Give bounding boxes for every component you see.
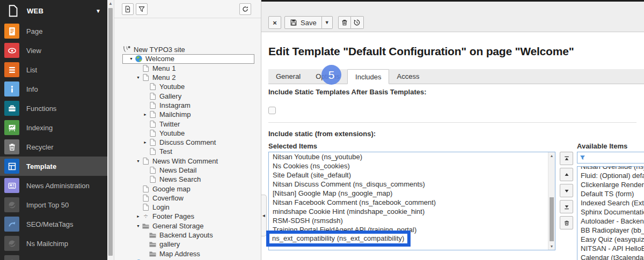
page-icon xyxy=(142,185,150,193)
tree-item[interactable]: Youtube xyxy=(114,82,261,91)
refresh-button[interactable] xyxy=(239,3,251,15)
new-page-button[interactable] xyxy=(122,3,134,15)
available-item-option[interactable]: NITSAN - API HelloBar.com xyxy=(581,244,644,253)
save-button[interactable]: Save xyxy=(284,16,322,29)
tab[interactable]: Includes xyxy=(347,69,389,84)
chevron-down-icon[interactable]: ▼ xyxy=(96,8,101,14)
selected-item-option[interactable]: RSM-SDSH (rsmsdsh) xyxy=(273,216,555,225)
tree-item[interactable]: Google map xyxy=(114,184,261,193)
module-menu-item[interactable]: View xyxy=(0,41,107,60)
filter-button[interactable] xyxy=(136,3,148,15)
available-item-option[interactable]: Easy Quiz (easyquiz) xyxy=(581,235,644,244)
tree-caret-icon[interactable]: ▼ xyxy=(135,159,142,163)
tree-root-node[interactable]: New TYPO3 site xyxy=(114,45,261,54)
available-item-option[interactable]: Autoloader - BackendLayout xyxy=(581,217,644,226)
tree-item[interactable]: Login xyxy=(114,203,261,212)
tree-caret-icon[interactable]: ▼ xyxy=(128,57,135,61)
tree-item[interactable]: ▼ General Storage xyxy=(114,221,261,231)
tree-item[interactable]: Youtube xyxy=(114,129,261,138)
page-icon xyxy=(142,64,150,72)
selected-item-option[interactable]: mindshape Cookie Hint (mindshape_cookie_… xyxy=(273,207,555,216)
tree-caret-icon[interactable]: ▼ xyxy=(135,76,142,79)
selected-item-option[interactable]: Site Default (site_default) xyxy=(273,170,555,180)
basis-templates-checkbox[interactable] xyxy=(268,107,276,114)
module-menu-item[interactable]: Ns Mailchimp xyxy=(0,234,107,253)
available-item-option[interactable]: Indexed Search (Extbase) xyxy=(581,198,644,207)
available-item-option[interactable]: BB Radioplayer (bb_radioplayer) xyxy=(581,226,644,235)
scroll-up-icon[interactable]: ▲ xyxy=(548,152,555,159)
module-menu-item[interactable]: News Administration xyxy=(0,176,107,195)
module-menu-item[interactable]: Import Top 50 xyxy=(0,195,107,214)
module-menu-scrollbar[interactable]: ▲ xyxy=(107,0,114,260)
selected-item-option[interactable]: Nitsan Facebook Comment (ns_facebook_com… xyxy=(273,198,555,207)
scrollbar-thumb[interactable] xyxy=(550,197,554,241)
web-section-icon xyxy=(8,5,18,17)
selected-list-scrollbar[interactable]: ▲ ▼ xyxy=(548,152,555,250)
module-menu-item[interactable]: Page xyxy=(0,21,107,41)
available-items-list[interactable]: Nitsan Overslide (ns_overslide) Fluid: (… xyxy=(577,166,644,260)
tree-item[interactable]: Backend Layouts xyxy=(114,231,261,240)
available-item-option[interactable]: Calendar (t3calendar) xyxy=(581,253,644,260)
remove-item-button[interactable] xyxy=(560,216,573,229)
available-item-option[interactable]: Default TS (form) xyxy=(581,189,644,198)
module-menu-item[interactable]: Info xyxy=(0,79,107,99)
available-item-option[interactable]: Fluid: (Optional) default content xyxy=(581,171,644,180)
move-to-top-button[interactable] xyxy=(560,152,573,165)
module-menu-item[interactable]: List xyxy=(0,60,107,79)
tree-item[interactable]: Instagram xyxy=(114,101,261,110)
import-top50-module-icon xyxy=(4,197,19,212)
tree-item[interactable]: gallery xyxy=(114,240,261,249)
tab[interactable]: General xyxy=(268,69,308,84)
module-menu-item[interactable]: Template xyxy=(0,157,107,176)
selected-item-option[interactable]: [Nitsan] Google Map (ns_google_map) xyxy=(273,189,555,198)
module-menu-item[interactable]: SEO/MetaTags xyxy=(0,214,107,234)
module-menu-item[interactable]: Functions xyxy=(0,99,107,118)
scrollbar-thumb[interactable] xyxy=(108,8,113,256)
tree-item[interactable]: Map Address xyxy=(114,249,261,258)
tree-item[interactable]: Gallery xyxy=(114,91,261,100)
module-menu-item[interactable]: Recycler xyxy=(0,137,107,157)
scroll-down-icon[interactable]: ▼ xyxy=(548,243,555,250)
new-page-icon xyxy=(124,5,131,13)
move-up-button[interactable] xyxy=(560,168,573,181)
tree-item[interactable]: News Search xyxy=(114,175,261,184)
tree-item[interactable]: Coverflow xyxy=(114,194,261,203)
tree-item[interactable]: Twitter xyxy=(114,119,261,128)
tree-caret-icon[interactable]: ► xyxy=(135,214,142,218)
module-menu-item-label: Recycler xyxy=(26,143,54,151)
tree-item[interactable]: News Detail xyxy=(114,166,261,175)
move-down-button[interactable] xyxy=(560,184,573,197)
tree-item[interactable]: Test xyxy=(114,147,261,156)
module-menu-item[interactable] xyxy=(0,253,107,260)
selected-item-option[interactable]: Ns Cookies (ns_cookies) xyxy=(273,161,555,170)
selected-item-option[interactable]: Nitsan Youtube (ns_youtube) xyxy=(273,152,555,161)
available-filter-input[interactable] xyxy=(588,154,644,162)
tree-item[interactable]: ▼ News With Comment xyxy=(114,157,261,166)
tree-caret-icon[interactable]: ▼ xyxy=(135,224,142,228)
selected-item-option[interactable]: Nitsan Discuss Comment (ns_disqus_commen… xyxy=(273,180,555,189)
move-buttons xyxy=(560,152,573,260)
available-item-option[interactable]: Nitsan Overslide (ns_overslide) xyxy=(581,166,644,171)
tree-item[interactable]: ► Mailchimp xyxy=(114,110,261,119)
close-button[interactable]: × xyxy=(268,16,281,29)
tab[interactable]: Access xyxy=(389,69,427,84)
tree-item[interactable]: Menu 1 xyxy=(114,64,261,73)
save-options-button[interactable]: ▼ xyxy=(322,16,333,29)
history-button[interactable] xyxy=(351,16,364,29)
tree-item-label: Google map xyxy=(152,185,191,193)
tree-item[interactable]: ▼ Menu 2 xyxy=(114,73,261,82)
tree-item[interactable]: ► ÷ Footer Pages xyxy=(114,212,261,221)
highlighted-selected-item[interactable]: ns_ext_compatibility (ns_ext_compatibili… xyxy=(269,234,407,243)
delete-button[interactable] xyxy=(338,16,351,29)
module-group-web[interactable]: WEB ▼ xyxy=(0,0,107,21)
scroll-up-icon[interactable]: ▲ xyxy=(107,0,114,7)
refresh-icon xyxy=(241,5,249,13)
module-menu-item[interactable]: Indexing xyxy=(0,118,107,137)
tree-item[interactable]: ▼ Welcome xyxy=(122,54,254,63)
tree-caret-icon[interactable]: ► xyxy=(142,140,149,144)
tree-caret-icon[interactable]: ► xyxy=(142,113,149,116)
move-to-bottom-button[interactable] xyxy=(560,200,573,213)
available-item-option[interactable]: Clickenlarge Rendering (clickenlarge) xyxy=(581,180,644,189)
tree-item[interactable]: ► Discuss Comment xyxy=(114,138,261,147)
available-item-option[interactable]: Sphinx Documentation (sphinx) xyxy=(581,207,644,217)
